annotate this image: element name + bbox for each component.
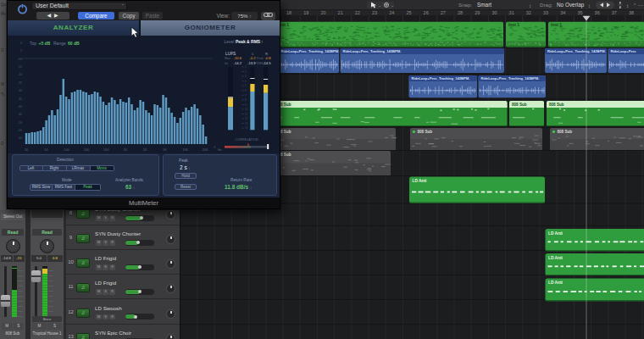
svg-text:↕: ↕ [588, 3, 591, 8]
svg-text:-14.5: -14.5 [263, 61, 271, 65]
svg-text:10K: 10K [182, 148, 188, 152]
svg-text:LD Anti: LD Anti [548, 231, 563, 236]
svg-text:LD Anti: LD Anti [548, 256, 563, 260]
svg-text:-20: -20 [18, 73, 22, 76]
svg-text:LD Anti: LD Anti [413, 179, 427, 183]
svg-text:↕: ↕ [261, 39, 264, 44]
svg-text:31: 31 [509, 10, 514, 15]
svg-text:-60: -60 [18, 136, 22, 140]
svg-text:18: 18 [286, 10, 291, 15]
svg-text:-14.2: -14.2 [234, 61, 242, 65]
svg-text:RideLoop+Perc: RideLoop+Perc [611, 49, 637, 53]
svg-text:-15: -15 [18, 65, 22, 69]
svg-text:19: 19 [303, 10, 308, 15]
svg-text:-40: -40 [18, 105, 22, 108]
svg-text:RideLoop+Perc_Trashing_143BPM.: RideLoop+Perc_Trashing_143BPM. [412, 76, 470, 81]
svg-text:100: 100 [64, 148, 69, 152]
svg-text:Int: Int [225, 62, 228, 65]
svg-text:Inst 1: Inst 1 [508, 22, 519, 27]
svg-text:Smart: Smart [477, 2, 491, 8]
svg-text:26: 26 [424, 10, 429, 15]
svg-text:28: 28 [458, 10, 463, 15]
svg-text:⌄: ⌄ [378, 3, 381, 8]
svg-text:Max: Max [225, 57, 230, 60]
svg-text:CORRELATION: CORRELATION [235, 138, 258, 142]
svg-text:50: 50 [44, 148, 47, 152]
svg-text:↕: ↕ [626, 3, 629, 8]
svg-text:-0.2: -0.2 [249, 56, 256, 60]
svg-text:33: 33 [543, 10, 548, 15]
svg-text:0: 0 [20, 42, 22, 45]
svg-text:Inst 1: Inst 1 [551, 22, 562, 27]
svg-text:-55: -55 [18, 129, 22, 132]
svg-text:Range: Range [53, 41, 66, 46]
svg-text:808 Sub: 808 Sub [418, 130, 433, 134]
svg-text:38: 38 [629, 10, 634, 15]
svg-text:29: 29 [475, 10, 480, 15]
svg-text:Snap:: Snap: [458, 2, 472, 8]
svg-text:14: 14 [245, 126, 248, 130]
svg-text:-10: -10 [18, 58, 22, 61]
svg-text:20: 20 [25, 148, 28, 152]
svg-text:200: 200 [84, 148, 89, 152]
svg-text:RideLoop+Perc_Trashing_143BPM.: RideLoop+Perc_Trashing_143BPM. [343, 49, 402, 53]
svg-text:-50: -50 [18, 121, 22, 125]
svg-text:13: 13 [245, 122, 248, 125]
svg-text:8 Sub: 8 Sub [280, 130, 291, 134]
svg-text:20K: 20K [203, 148, 208, 152]
svg-text:30: 30 [491, 10, 497, 15]
svg-text:35: 35 [577, 10, 582, 15]
svg-text:↕: ↕ [529, 3, 531, 8]
svg-text:22: 22 [355, 10, 360, 15]
svg-text:⌄: ⌄ [391, 3, 394, 8]
svg-text:-0.8: -0.8 [264, 56, 271, 60]
svg-text:-1: -1 [213, 146, 215, 149]
svg-text:+5 dB: +5 dB [39, 41, 51, 46]
svg-text:500: 500 [103, 148, 108, 152]
svg-text:2K: 2K [143, 148, 147, 152]
svg-text:-35: -35 [18, 97, 22, 101]
svg-text:⋯: ⋯ [638, 3, 643, 8]
svg-text:-10.6: -10.6 [234, 56, 242, 60]
svg-text:25: 25 [406, 10, 411, 15]
svg-text:RideLoop+Perc_Trashing_143BPM.: RideLoop+Perc_Trashing_143BPM. [281, 49, 340, 53]
svg-text:20: 20 [320, 10, 325, 15]
svg-text:8 Sub: 8 Sub [280, 153, 291, 157]
svg-text:-5: -5 [19, 49, 22, 53]
svg-text:Drag:: Drag: [540, 2, 552, 8]
svg-text:11: 11 [245, 113, 247, 116]
svg-text:-45: -45 [18, 113, 22, 116]
svg-text:Peak & RMS: Peak & RMS [236, 39, 261, 44]
svg-text:-25: -25 [18, 81, 22, 85]
svg-text:RideLoop+Perc_Trashing_143BPM.: RideLoop+Perc_Trashing_143BPM. [481, 76, 540, 81]
svg-text:21: 21 [338, 10, 343, 15]
svg-text:37: 37 [612, 10, 617, 15]
svg-text:LD Anti: LD Anti [548, 281, 563, 285]
svg-text:Level: Level [225, 39, 235, 44]
svg-text:23: 23 [372, 10, 377, 15]
svg-text:808 Sub: 808 Sub [558, 130, 573, 134]
svg-text:-30: -30 [18, 89, 22, 92]
svg-text:Peak: Peak [257, 57, 264, 60]
svg-text:-13.9: -13.9 [247, 61, 256, 65]
svg-text:Top: Top [30, 41, 36, 46]
svg-text:RideLoop+Perc_Trashing_143BPM.: RideLoop+Perc_Trashing_143BPM. [547, 49, 606, 53]
svg-text:34: 34 [560, 10, 565, 15]
svg-text:12: 12 [245, 117, 248, 120]
svg-text:10: 10 [245, 108, 248, 111]
svg-text:808 Sub: 808 Sub [512, 103, 527, 107]
svg-text:24: 24 [389, 10, 394, 15]
svg-text:8 Sub: 8 Sub [280, 103, 291, 107]
svg-text:⌃: ⌃ [633, 3, 636, 8]
svg-text:No Overlap: No Overlap [557, 2, 585, 8]
svg-text:1K: 1K [124, 148, 128, 152]
svg-text:27: 27 [441, 10, 446, 15]
svg-text:5K: 5K [163, 148, 167, 152]
svg-text:808 Sub: 808 Sub [549, 103, 564, 107]
svg-text:36: 36 [595, 10, 600, 15]
svg-text:32: 32 [526, 10, 531, 15]
svg-text:Hz: Hz [218, 148, 222, 152]
svg-text:60 dB: 60 dB [68, 41, 80, 46]
